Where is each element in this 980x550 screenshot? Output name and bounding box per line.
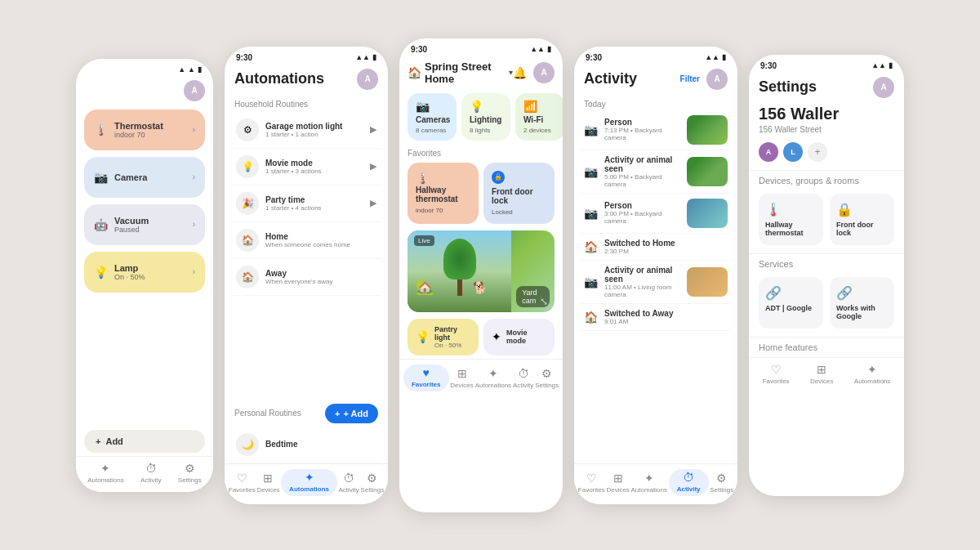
wifi-chip[interactable]: 📶 Wi-Fi 2 devices <box>515 93 563 141</box>
auto-movie-play-icon[interactable]: ▶ <box>370 161 376 172</box>
auto-movie-name: Movie mode <box>265 159 322 168</box>
nav3-settings[interactable]: ⚙ Settings <box>535 367 559 389</box>
auto-party[interactable]: 🎉 Party time 1 starter • 4 actions ▶ <box>231 186 381 222</box>
add-member-button[interactable]: + <box>808 142 827 162</box>
notification-icon[interactable]: 🔔 <box>513 66 527 79</box>
automations-icon: ✦ <box>100 462 110 475</box>
auto-away-desc: When everyone's away <box>265 278 332 285</box>
nav3-automations[interactable]: ✦ Automations <box>475 367 511 389</box>
phone3-bottom-cards: 💡 Pantry light On · 50% ✦ Movie mode <box>399 315 563 359</box>
works-with-google-card[interactable]: 🔗 Works with Google <box>830 277 894 329</box>
phone2-signal-icon: ▲▲ <box>355 53 370 61</box>
nav3-favorites[interactable]: ♥ Favorites <box>403 364 449 391</box>
nav4-activity[interactable]: ⏱ Activity <box>669 469 709 496</box>
auto-movie[interactable]: 💡 Movie mode 1 starter • 3 actions ▶ <box>231 149 381 186</box>
thermostat-sub: indoor 70 <box>114 131 163 139</box>
auto-bedtime[interactable]: 🌙 Bedtime <box>231 427 381 463</box>
activity4-icon: ⏱ <box>683 471 694 484</box>
pantry-light-name: Pantry light <box>434 325 470 342</box>
pantry-light-card[interactable]: 💡 Pantry light On · 50% <box>408 319 479 355</box>
phone1-avatar[interactable]: A <box>184 80 205 101</box>
expand-cam-icon[interactable]: ⤡ <box>540 296 548 307</box>
activity-person-1[interactable]: 📷 Person 7:13 PM • Backyard camera <box>581 110 731 150</box>
auto-home[interactable]: 🏠 Home When someone comes home <box>231 222 381 259</box>
phone3-avatar[interactable]: A <box>533 62 555 83</box>
nav4-automations[interactable]: ✦ Automations <box>631 472 667 494</box>
adt-service-card[interactable]: 🔗 ADT | Google <box>759 277 823 329</box>
camera-card[interactable]: 📷 Camera › <box>84 157 205 198</box>
thermostat-fav-card[interactable]: 🌡️ Hallway thermostat indoor 70 <box>408 163 479 224</box>
cameras-chip-name: Cameras <box>416 115 450 124</box>
activity-person-2[interactable]: 📷 Person 3:00 PM • Backyard camera <box>581 194 731 234</box>
cameras-chip[interactable]: 📷 Cameras 8 cameras <box>408 93 457 141</box>
phone3-status-icons: ▲▲ ▮ <box>530 45 551 53</box>
nav-activity[interactable]: ⏱ Activity <box>140 462 161 484</box>
nav2-automations[interactable]: ✦ Automations <box>281 469 337 496</box>
auto-bedtime-icon: 🌙 <box>236 433 259 456</box>
activity-name-1: Person <box>604 118 680 127</box>
activity-animal-1[interactable]: 📷 Activity or animal seen 5:00 PM • Back… <box>581 150 731 194</box>
movie-mode-card[interactable]: ✦ Movie mode <box>483 319 555 355</box>
auto-home-name: Home <box>265 232 350 241</box>
nav3-activity[interactable]: ⏱ Activity <box>513 367 533 389</box>
auto-garage[interactable]: ⚙ Garage motion light 1 starter • 1 acti… <box>231 112 381 149</box>
phone3-screen: 🏠 Spring Street Home ▾ 🔔 A 📷 Cameras 8 c… <box>399 57 563 512</box>
services-grid: 🔗 ADT | Google 🔗 Works with Google <box>749 274 904 335</box>
phone4-avatar[interactable]: A <box>706 69 728 90</box>
auto-party-play-icon[interactable]: ▶ <box>370 198 376 208</box>
nav-automations[interactable]: ✦ Automations <box>87 462 123 484</box>
nav2-activity[interactable]: ⏱ Activity <box>339 472 359 494</box>
hallway-thermostat-card[interactable]: 🌡️ Hallway thermostat <box>759 194 823 245</box>
phone2-avatar[interactable]: A <box>357 69 378 90</box>
thermostat-name: Thermostat <box>114 121 163 131</box>
activity-time-1: 7:13 PM • Backyard camera <box>604 127 680 141</box>
add-routine-button[interactable]: + + Add <box>325 404 378 423</box>
nav5-automations-label: Automations <box>854 378 890 385</box>
doorlock-fav-card[interactable]: 🔒 Front door lock Locked <box>483 163 555 224</box>
nav5-favorites[interactable]: ♡ Favorites <box>763 363 790 385</box>
nav5-devices[interactable]: ⊞ Devices <box>810 363 833 385</box>
thermostat-card[interactable]: 🌡️ Thermostat indoor 70 › <box>84 110 205 150</box>
lamp-card[interactable]: 💡 Lamp On · 50% › <box>84 252 205 293</box>
filter-button[interactable]: Filter <box>680 74 700 83</box>
phone2-status-bar: 9:30 ▲▲ ▮ <box>225 47 388 65</box>
lighting-chip[interactable]: 💡 Lighting 8 lights <box>461 93 510 141</box>
activity-away-switch[interactable]: 🏠 Switched to Away 9:01 AM <box>581 304 731 331</box>
nav3-settings-label: Settings <box>535 382 559 389</box>
phones-container: ▲ ▲ ▮ A 🌡️ Thermostat indoor 70 <box>60 22 920 529</box>
wifi-icon: ▲ <box>188 65 195 74</box>
nav5-automations[interactable]: ✦ Automations <box>854 363 890 385</box>
nav2-settings[interactable]: ⚙ Settings <box>360 472 384 494</box>
nav-activity-label: Activity <box>140 476 161 484</box>
nav3-devices[interactable]: ⊞ Devices <box>450 367 473 389</box>
phone-4: 9:30 ▲▲ ▮ Activity Filter A Today 📷 Pers… <box>574 47 737 504</box>
phone5-avatar[interactable]: A <box>873 77 894 98</box>
phone2-header: Automations A <box>225 65 388 96</box>
member-avatar-1[interactable]: A <box>759 142 778 162</box>
phone-1: ▲ ▲ ▮ A 🌡️ Thermostat indoor 70 <box>76 59 213 492</box>
nav4-favorites[interactable]: ♡ Favorites <box>578 472 605 494</box>
auto-away[interactable]: 🏠 Away When everyone's away <box>231 259 381 296</box>
nav3-devices-label: Devices <box>450 382 473 389</box>
phone1-add-button[interactable]: + Add <box>84 430 205 453</box>
nav2-favorites[interactable]: ♡ Favorites <box>229 472 256 494</box>
phone5-battery-icon: ▮ <box>889 61 893 69</box>
yard-cam-preview[interactable]: 🏡 🐕 Live Yard cam ⤡ <box>408 230 555 312</box>
activity-away-icon: 🏠 <box>584 311 598 324</box>
activity-home-switch[interactable]: 🏠 Switched to Home 2:30 PM <box>581 234 731 261</box>
nav4-settings[interactable]: ⚙ Settings <box>710 472 733 494</box>
nav2-devices[interactable]: ⊞ Devices <box>256 472 279 494</box>
nav4-devices[interactable]: ⊞ Devices <box>606 472 629 494</box>
vacuum-card[interactable]: 🤖 Vacuum Paused › <box>84 204 205 245</box>
settings-icon: ⚙ <box>185 462 195 475</box>
auto-garage-play-icon[interactable]: ▶ <box>370 124 376 135</box>
front-door-lock-card[interactable]: 🔒 Front door lock <box>830 194 894 245</box>
cameras-chip-icon: 📷 <box>416 100 430 113</box>
devices5-icon: ⊞ <box>817 363 826 376</box>
cameras-chip-count: 8 cameras <box>416 127 446 134</box>
member-avatar-2[interactable]: L <box>783 142 803 162</box>
phone-2: 9:30 ▲▲ ▮ Automations A Household Routin… <box>225 47 388 504</box>
activity-animal-2[interactable]: 📷 Activity or animal seen 11:00 AM • Liv… <box>581 261 731 304</box>
auto-party-name: Party time <box>265 195 322 204</box>
nav-settings[interactable]: ⚙ Settings <box>178 462 202 484</box>
